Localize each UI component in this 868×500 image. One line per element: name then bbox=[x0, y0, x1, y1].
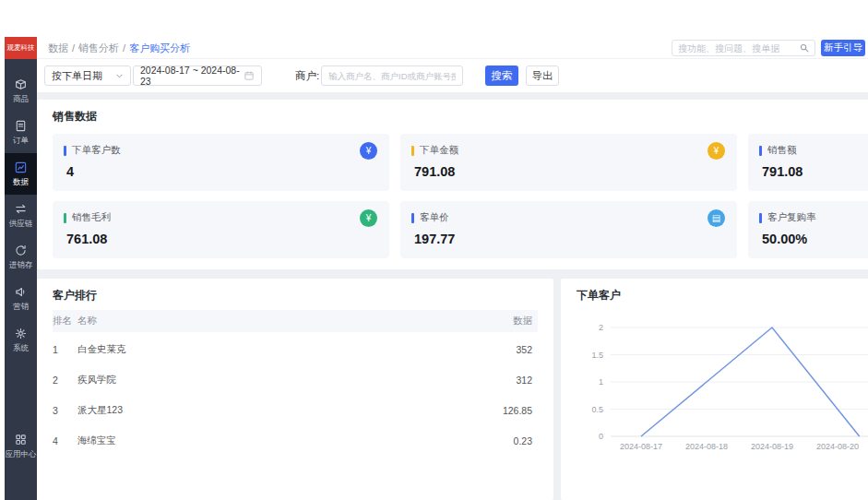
breadcrumb-item-current: 客户购买分析 bbox=[129, 42, 190, 55]
topbar: 数据 / 销售分析 / 客户购买分析 新手引导 bbox=[37, 37, 868, 59]
rank-cell: 1 bbox=[53, 344, 77, 355]
sidebar-item-goods[interactable]: 商品 bbox=[5, 70, 37, 112]
svg-text:1: 1 bbox=[599, 377, 603, 387]
date-type-label: 按下单日期 bbox=[52, 69, 102, 83]
order-list-icon bbox=[14, 119, 28, 133]
rank-cell: 4 bbox=[53, 435, 77, 446]
sidebar-item-system[interactable]: 系统 bbox=[5, 319, 37, 361]
date-range-input[interactable]: 2024-08-17 ~ 2024-08-23 bbox=[133, 65, 262, 86]
stat-card-value: 197.77 bbox=[414, 232, 455, 246]
rank-cell: 3 bbox=[53, 405, 77, 416]
stat-card-title: 销售毛利 bbox=[72, 211, 111, 224]
sidebar-item-label: 订单 bbox=[13, 136, 29, 147]
stat-card-title: 客户复购率 bbox=[767, 211, 816, 224]
value-cell: 352 bbox=[468, 344, 532, 355]
marketing-speaker-icon bbox=[14, 285, 28, 299]
sidebar-item-label: 营销 bbox=[13, 302, 29, 313]
bar-track bbox=[126, 434, 510, 447]
sidebar-item-supply-chain[interactable]: 供应链 bbox=[5, 195, 37, 236]
stat-card-value: 791.08 bbox=[414, 164, 455, 179]
value-column-header: 数据 bbox=[468, 315, 532, 327]
stat-card-title: 客单价 bbox=[420, 211, 449, 224]
rank-column-header: 排名 bbox=[53, 315, 77, 327]
currency-badge-icon: ¥ bbox=[360, 142, 377, 160]
currency-badge-icon: ¥ bbox=[360, 209, 377, 227]
name-cell: 海绵宝宝 bbox=[77, 435, 126, 447]
svg-text:0: 0 bbox=[599, 432, 603, 441]
sidebar-item-orders[interactable]: 订单 bbox=[5, 112, 37, 153]
svg-text:2024-08-17: 2024-08-17 bbox=[620, 442, 662, 451]
value-cell: 0.23 bbox=[468, 435, 532, 446]
stat-card-title: 下单金额 bbox=[420, 144, 458, 157]
panel-title: 客户排行 bbox=[53, 288, 97, 304]
sidebar-item-label: 系统 bbox=[13, 343, 29, 354]
supply-arrows-icon bbox=[14, 202, 28, 216]
breadcrumb: 数据 / 销售分析 / 客户购买分析 bbox=[48, 37, 190, 59]
svg-text:1.5: 1.5 bbox=[591, 351, 603, 360]
bar-track bbox=[126, 373, 510, 387]
stat-card-value: 761.08 bbox=[66, 232, 107, 246]
name-cell: 白金史莱克 bbox=[77, 343, 126, 356]
panel-title: 销售数据 bbox=[53, 109, 97, 125]
apps-grid-icon bbox=[14, 433, 28, 446]
chevron-down-icon bbox=[115, 72, 124, 80]
beginner-guide-button[interactable]: 新手引导 bbox=[821, 40, 865, 56]
stat-card-title: 销售额 bbox=[767, 144, 797, 157]
breadcrumb-item-data[interactable]: 数据 bbox=[48, 42, 68, 55]
logo: 观麦科技 bbox=[5, 37, 37, 59]
accent-bar bbox=[64, 146, 66, 156]
svg-text:2: 2 bbox=[599, 323, 603, 332]
table-row: 1 白金史莱克 352 bbox=[53, 334, 538, 364]
search-button[interactable]: 搜索 bbox=[485, 65, 518, 86]
global-search bbox=[672, 40, 815, 56]
gear-icon bbox=[14, 327, 28, 340]
stat-card-gross-profit: 销售毛利 ¥ 761.08 bbox=[53, 201, 389, 258]
sidebar-item-label: 供应链 bbox=[9, 219, 33, 230]
customer-ranking-panel: 客户排行 排名 名称 数据 1 白金史莱克 352 2 疾风学院 312 3 派… bbox=[37, 279, 553, 500]
data-chart-icon bbox=[14, 161, 28, 174]
sidebar: 观麦科技 商品 订单 数据 bbox=[5, 37, 37, 500]
ranking-rows: 1 白金史莱克 352 2 疾风学院 312 3 派大星123 126.85 4… bbox=[53, 334, 538, 486]
stat-card-repurchase-rate: 客户复购率 50.00% bbox=[748, 201, 868, 258]
sidebar-item-inventory[interactable]: 进销存 bbox=[5, 236, 37, 278]
stat-card-sales-amount: 销售额 791.08 bbox=[748, 134, 868, 191]
currency-badge-icon: ¥ bbox=[707, 142, 725, 160]
inventory-refresh-icon bbox=[14, 244, 28, 257]
merchant-label: 商户: bbox=[295, 65, 319, 86]
sales-data-panel: 销售数据 下单客户数 ¥ 4 下单金额 ¥ 791.08 销售额 791.08 … bbox=[37, 100, 868, 269]
sidebar-item-marketing[interactable]: 营销 bbox=[5, 278, 37, 319]
date-range-value: 2024-08-17 ~ 2024-08-23 bbox=[140, 65, 244, 87]
filter-bar: 按下单日期 2024-08-17 ~ 2024-08-23 商户: 搜索 导出 bbox=[37, 59, 868, 92]
value-cell: 312 bbox=[468, 375, 532, 386]
stat-cards: 下单客户数 ¥ 4 下单金额 ¥ 791.08 销售额 791.08 销售毛利 … bbox=[53, 134, 868, 258]
accent-bar bbox=[64, 213, 66, 223]
panel-title: 下单客户 bbox=[577, 288, 621, 304]
ranking-table-header: 排名 名称 数据 bbox=[53, 310, 538, 332]
sidebar-item-label: 商品 bbox=[13, 94, 29, 105]
value-cell: 126.85 bbox=[468, 405, 532, 416]
sidebar-item-label: 进销存 bbox=[9, 260, 33, 271]
export-button[interactable]: 导出 bbox=[526, 65, 559, 86]
stat-card-order-customers: 下单客户数 ¥ 4 bbox=[53, 134, 389, 191]
breadcrumb-item-sales-analysis[interactable]: 销售分析 bbox=[78, 42, 119, 55]
svg-text:2024-08-20: 2024-08-20 bbox=[816, 442, 859, 451]
table-row: 4 海绵宝宝 0.23 bbox=[53, 425, 538, 456]
accent-bar bbox=[411, 213, 414, 223]
sidebar-item-data[interactable]: 数据 bbox=[5, 153, 37, 195]
svg-text:2024-08-18: 2024-08-18 bbox=[685, 442, 728, 451]
sidebar-nav: 商品 订单 数据 供应链 bbox=[5, 70, 37, 361]
sidebar-item-app-center[interactable]: 应用中心 bbox=[5, 428, 37, 465]
calendar-icon bbox=[244, 70, 255, 81]
svg-text:0.5: 0.5 bbox=[591, 405, 603, 414]
table-row: 3 派大星123 126.85 bbox=[53, 395, 538, 425]
global-search-input[interactable] bbox=[672, 43, 799, 54]
line-chart: 00.511.522024-08-172024-08-182024-08-192… bbox=[565, 309, 868, 457]
stat-card-value: 791.08 bbox=[762, 164, 803, 179]
stat-card-value: 4 bbox=[66, 164, 74, 179]
search-icon[interactable] bbox=[799, 42, 810, 54]
rank-cell: 2 bbox=[53, 375, 77, 386]
merchant-search-input[interactable] bbox=[322, 71, 462, 81]
breadcrumb-separator: / bbox=[72, 42, 75, 54]
date-type-select[interactable]: 按下单日期 bbox=[44, 65, 131, 86]
accent-bar bbox=[759, 146, 762, 156]
